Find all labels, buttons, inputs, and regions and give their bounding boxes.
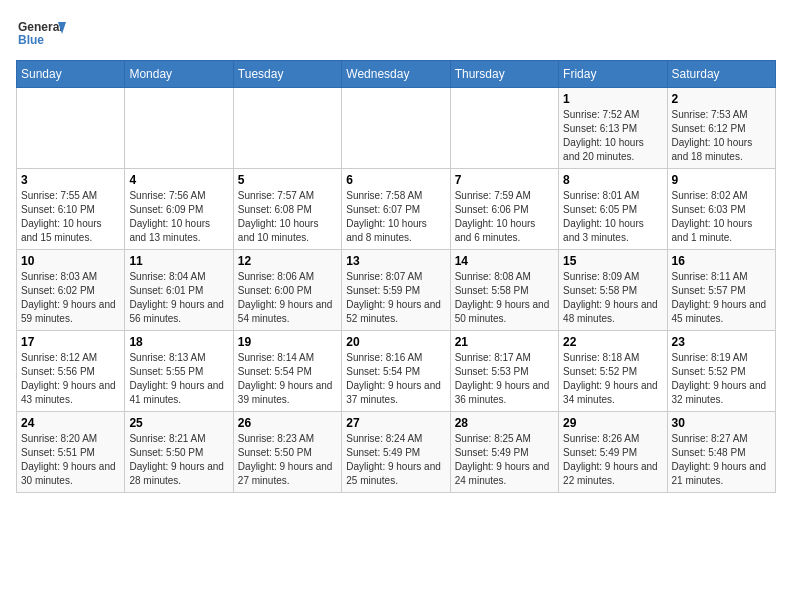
- day-cell: 1Sunrise: 7:52 AM Sunset: 6:13 PM Daylig…: [559, 88, 667, 169]
- day-cell: 26Sunrise: 8:23 AM Sunset: 5:50 PM Dayli…: [233, 412, 341, 493]
- day-number: 5: [238, 173, 337, 187]
- day-info: Sunrise: 8:04 AM Sunset: 6:01 PM Dayligh…: [129, 270, 228, 326]
- day-number: 4: [129, 173, 228, 187]
- day-cell: 5Sunrise: 7:57 AM Sunset: 6:08 PM Daylig…: [233, 169, 341, 250]
- day-info: Sunrise: 8:03 AM Sunset: 6:02 PM Dayligh…: [21, 270, 120, 326]
- day-cell: 22Sunrise: 8:18 AM Sunset: 5:52 PM Dayli…: [559, 331, 667, 412]
- day-info: Sunrise: 8:16 AM Sunset: 5:54 PM Dayligh…: [346, 351, 445, 407]
- day-info: Sunrise: 8:23 AM Sunset: 5:50 PM Dayligh…: [238, 432, 337, 488]
- day-info: Sunrise: 8:27 AM Sunset: 5:48 PM Dayligh…: [672, 432, 771, 488]
- day-cell: 15Sunrise: 8:09 AM Sunset: 5:58 PM Dayli…: [559, 250, 667, 331]
- day-info: Sunrise: 8:20 AM Sunset: 5:51 PM Dayligh…: [21, 432, 120, 488]
- day-info: Sunrise: 7:55 AM Sunset: 6:10 PM Dayligh…: [21, 189, 120, 245]
- week-row-2: 3Sunrise: 7:55 AM Sunset: 6:10 PM Daylig…: [17, 169, 776, 250]
- day-number: 18: [129, 335, 228, 349]
- weekday-header-wednesday: Wednesday: [342, 61, 450, 88]
- day-info: Sunrise: 8:19 AM Sunset: 5:52 PM Dayligh…: [672, 351, 771, 407]
- logo-svg: General Blue: [16, 16, 66, 52]
- day-cell: 16Sunrise: 8:11 AM Sunset: 5:57 PM Dayli…: [667, 250, 775, 331]
- day-info: Sunrise: 7:57 AM Sunset: 6:08 PM Dayligh…: [238, 189, 337, 245]
- day-cell: 14Sunrise: 8:08 AM Sunset: 5:58 PM Dayli…: [450, 250, 558, 331]
- day-number: 11: [129, 254, 228, 268]
- day-number: 20: [346, 335, 445, 349]
- day-info: Sunrise: 8:01 AM Sunset: 6:05 PM Dayligh…: [563, 189, 662, 245]
- day-cell: 9Sunrise: 8:02 AM Sunset: 6:03 PM Daylig…: [667, 169, 775, 250]
- day-info: Sunrise: 7:53 AM Sunset: 6:12 PM Dayligh…: [672, 108, 771, 164]
- day-info: Sunrise: 8:24 AM Sunset: 5:49 PM Dayligh…: [346, 432, 445, 488]
- svg-text:Blue: Blue: [18, 33, 44, 47]
- day-cell: 29Sunrise: 8:26 AM Sunset: 5:49 PM Dayli…: [559, 412, 667, 493]
- day-number: 27: [346, 416, 445, 430]
- day-info: Sunrise: 8:13 AM Sunset: 5:55 PM Dayligh…: [129, 351, 228, 407]
- day-cell: 20Sunrise: 8:16 AM Sunset: 5:54 PM Dayli…: [342, 331, 450, 412]
- day-number: 10: [21, 254, 120, 268]
- day-number: 12: [238, 254, 337, 268]
- weekday-header-sunday: Sunday: [17, 61, 125, 88]
- day-cell: 25Sunrise: 8:21 AM Sunset: 5:50 PM Dayli…: [125, 412, 233, 493]
- day-info: Sunrise: 8:02 AM Sunset: 6:03 PM Dayligh…: [672, 189, 771, 245]
- day-number: 21: [455, 335, 554, 349]
- day-info: Sunrise: 8:26 AM Sunset: 5:49 PM Dayligh…: [563, 432, 662, 488]
- svg-text:General: General: [18, 20, 63, 34]
- weekday-header-saturday: Saturday: [667, 61, 775, 88]
- day-info: Sunrise: 7:59 AM Sunset: 6:06 PM Dayligh…: [455, 189, 554, 245]
- day-number: 16: [672, 254, 771, 268]
- day-info: Sunrise: 7:52 AM Sunset: 6:13 PM Dayligh…: [563, 108, 662, 164]
- weekday-header-tuesday: Tuesday: [233, 61, 341, 88]
- day-number: 30: [672, 416, 771, 430]
- calendar-table: SundayMondayTuesdayWednesdayThursdayFrid…: [16, 60, 776, 493]
- day-info: Sunrise: 8:18 AM Sunset: 5:52 PM Dayligh…: [563, 351, 662, 407]
- day-cell: 23Sunrise: 8:19 AM Sunset: 5:52 PM Dayli…: [667, 331, 775, 412]
- day-number: 9: [672, 173, 771, 187]
- day-number: 17: [21, 335, 120, 349]
- day-number: 22: [563, 335, 662, 349]
- day-number: 26: [238, 416, 337, 430]
- day-number: 14: [455, 254, 554, 268]
- day-number: 2: [672, 92, 771, 106]
- day-cell: [342, 88, 450, 169]
- weekday-header-row: SundayMondayTuesdayWednesdayThursdayFrid…: [17, 61, 776, 88]
- day-cell: 7Sunrise: 7:59 AM Sunset: 6:06 PM Daylig…: [450, 169, 558, 250]
- day-number: 6: [346, 173, 445, 187]
- day-cell: 2Sunrise: 7:53 AM Sunset: 6:12 PM Daylig…: [667, 88, 775, 169]
- day-cell: 30Sunrise: 8:27 AM Sunset: 5:48 PM Dayli…: [667, 412, 775, 493]
- day-cell: 19Sunrise: 8:14 AM Sunset: 5:54 PM Dayli…: [233, 331, 341, 412]
- day-number: 15: [563, 254, 662, 268]
- day-cell: [233, 88, 341, 169]
- day-number: 24: [21, 416, 120, 430]
- day-cell: 4Sunrise: 7:56 AM Sunset: 6:09 PM Daylig…: [125, 169, 233, 250]
- day-info: Sunrise: 7:56 AM Sunset: 6:09 PM Dayligh…: [129, 189, 228, 245]
- day-info: Sunrise: 7:58 AM Sunset: 6:07 PM Dayligh…: [346, 189, 445, 245]
- page-header: General Blue: [16, 16, 776, 52]
- day-info: Sunrise: 8:17 AM Sunset: 5:53 PM Dayligh…: [455, 351, 554, 407]
- day-number: 29: [563, 416, 662, 430]
- weekday-header-thursday: Thursday: [450, 61, 558, 88]
- day-cell: [125, 88, 233, 169]
- day-cell: 13Sunrise: 8:07 AM Sunset: 5:59 PM Dayli…: [342, 250, 450, 331]
- week-row-5: 24Sunrise: 8:20 AM Sunset: 5:51 PM Dayli…: [17, 412, 776, 493]
- day-cell: 11Sunrise: 8:04 AM Sunset: 6:01 PM Dayli…: [125, 250, 233, 331]
- week-row-4: 17Sunrise: 8:12 AM Sunset: 5:56 PM Dayli…: [17, 331, 776, 412]
- day-number: 19: [238, 335, 337, 349]
- day-cell: 6Sunrise: 7:58 AM Sunset: 6:07 PM Daylig…: [342, 169, 450, 250]
- day-number: 28: [455, 416, 554, 430]
- day-info: Sunrise: 8:06 AM Sunset: 6:00 PM Dayligh…: [238, 270, 337, 326]
- day-info: Sunrise: 8:08 AM Sunset: 5:58 PM Dayligh…: [455, 270, 554, 326]
- day-info: Sunrise: 8:25 AM Sunset: 5:49 PM Dayligh…: [455, 432, 554, 488]
- weekday-header-monday: Monday: [125, 61, 233, 88]
- day-cell: 3Sunrise: 7:55 AM Sunset: 6:10 PM Daylig…: [17, 169, 125, 250]
- day-cell: 27Sunrise: 8:24 AM Sunset: 5:49 PM Dayli…: [342, 412, 450, 493]
- weekday-header-friday: Friday: [559, 61, 667, 88]
- day-cell: 12Sunrise: 8:06 AM Sunset: 6:00 PM Dayli…: [233, 250, 341, 331]
- day-cell: [17, 88, 125, 169]
- day-cell: [450, 88, 558, 169]
- day-number: 7: [455, 173, 554, 187]
- day-info: Sunrise: 8:11 AM Sunset: 5:57 PM Dayligh…: [672, 270, 771, 326]
- week-row-1: 1Sunrise: 7:52 AM Sunset: 6:13 PM Daylig…: [17, 88, 776, 169]
- day-number: 23: [672, 335, 771, 349]
- day-cell: 18Sunrise: 8:13 AM Sunset: 5:55 PM Dayli…: [125, 331, 233, 412]
- day-cell: 10Sunrise: 8:03 AM Sunset: 6:02 PM Dayli…: [17, 250, 125, 331]
- logo: General Blue: [16, 16, 66, 52]
- day-info: Sunrise: 8:12 AM Sunset: 5:56 PM Dayligh…: [21, 351, 120, 407]
- day-cell: 24Sunrise: 8:20 AM Sunset: 5:51 PM Dayli…: [17, 412, 125, 493]
